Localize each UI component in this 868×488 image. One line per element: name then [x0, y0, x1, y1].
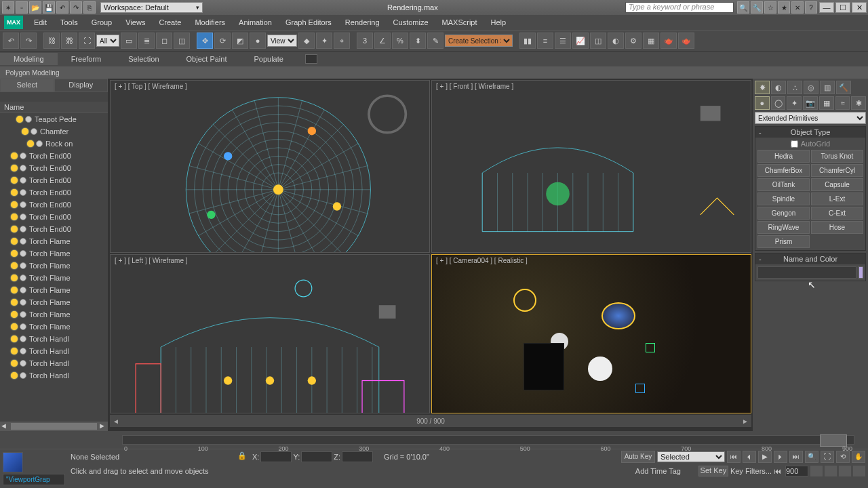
- schematic-button[interactable]: ◫: [590, 33, 606, 49]
- ribbon-tab-populate[interactable]: Populate: [240, 53, 296, 65]
- shapes-icon[interactable]: ◯: [771, 96, 786, 110]
- render-prod-button[interactable]: 🫖: [678, 33, 694, 49]
- scene-item[interactable]: Torch End00: [0, 174, 108, 186]
- rotate-button[interactable]: ⟳: [214, 33, 231, 49]
- freeze-icon[interactable]: [20, 214, 26, 220]
- workspace-dropdown[interactable]: Workspace: Default: [100, 2, 203, 13]
- visibility-icon[interactable]: [11, 165, 18, 171]
- search-icon[interactable]: 🔍: [737, 1, 749, 14]
- scene-item[interactable]: Torch Flame: [0, 308, 108, 321]
- wrench-icon[interactable]: 🔧: [751, 1, 763, 14]
- maxscript-listener[interactable]: "ViewportGrap: [3, 474, 65, 485]
- add-time-tag[interactable]: Add Time Tag: [635, 467, 681, 475]
- ribbon-collapse-button[interactable]: [305, 54, 317, 64]
- snap-button[interactable]: 3: [357, 33, 373, 49]
- freeze-icon[interactable]: [20, 323, 26, 330]
- scene-item[interactable]: Torch End00: [0, 186, 108, 199]
- create-chamfercyl-button[interactable]: ChamferCyl: [811, 164, 863, 177]
- freeze-icon[interactable]: [20, 372, 26, 379]
- keyfilters-button[interactable]: Key Filters...: [730, 467, 772, 475]
- move-button[interactable]: ✥: [197, 33, 213, 49]
- render-setup-button[interactable]: ⚙: [625, 33, 642, 49]
- create-spindle-button[interactable]: Spindle: [757, 192, 810, 205]
- nav-pan2-button[interactable]: [853, 466, 865, 476]
- nav-zoom2-button[interactable]: [839, 466, 851, 476]
- visibility-icon[interactable]: [11, 311, 18, 318]
- visibility-icon[interactable]: [11, 214, 18, 220]
- viewport-left-label[interactable]: [ + ] [ Left ] [ Wireframe ]: [115, 257, 188, 264]
- freeze-icon[interactable]: [20, 201, 26, 208]
- menu-grapheditors[interactable]: Graph Editors: [279, 16, 338, 28]
- save-icon[interactable]: 💾: [43, 1, 55, 14]
- menu-modifiers[interactable]: Modifiers: [188, 16, 232, 28]
- object-color-swatch[interactable]: [859, 266, 863, 279]
- undo-button[interactable]: ↶: [3, 33, 19, 49]
- visibility-icon[interactable]: [11, 336, 18, 342]
- redo-button[interactable]: ↷: [20, 33, 37, 49]
- display-panel-icon[interactable]: ▥: [820, 81, 835, 94]
- helpers-icon[interactable]: ▦: [819, 96, 834, 110]
- menu-views[interactable]: Views: [119, 16, 152, 28]
- rollout-name-color[interactable]: Name and Color: [755, 253, 865, 264]
- ribbon-tab-freeform[interactable]: Freeform: [58, 53, 115, 65]
- timeline[interactable]: 0100200300400500600700800900: [0, 431, 868, 449]
- scene-item[interactable]: Teapot Pede: [0, 113, 108, 125]
- visibility-icon[interactable]: [11, 274, 18, 281]
- select-object-button[interactable]: ▭: [121, 33, 137, 49]
- freeze-icon[interactable]: [20, 336, 26, 342]
- scene-item[interactable]: Torch Flame: [0, 235, 108, 247]
- freeze-icon[interactable]: [20, 189, 26, 196]
- help-icon[interactable]: ?: [805, 1, 817, 14]
- visibility-icon[interactable]: [11, 250, 18, 257]
- modify-panel-icon[interactable]: ◐: [771, 81, 786, 94]
- scene-item[interactable]: Torch Flame: [0, 247, 108, 260]
- scene-item[interactable]: Torch Flame: [0, 284, 108, 296]
- systems-icon[interactable]: ✱: [851, 96, 866, 110]
- ribbon-tab-modeling[interactable]: Modeling: [0, 53, 58, 65]
- menu-animation[interactable]: Animation: [232, 16, 279, 28]
- freeze-icon[interactable]: [20, 274, 26, 281]
- material-editor-button[interactable]: ◐: [608, 33, 624, 49]
- freeze-icon[interactable]: [20, 262, 26, 269]
- visibility-icon[interactable]: [11, 360, 18, 367]
- refcoord-dropdown[interactable]: View: [267, 35, 297, 47]
- freeze-icon[interactable]: [20, 311, 26, 318]
- layers-button[interactable]: ☰: [555, 33, 571, 49]
- scene-item[interactable]: Torch Handl: [0, 333, 108, 345]
- goto-end-button[interactable]: ⏭: [789, 451, 803, 463]
- scale-button[interactable]: ◩: [232, 33, 248, 49]
- menu-create[interactable]: Create: [152, 16, 188, 28]
- visibility-icon[interactable]: [27, 140, 34, 147]
- create-l-ext-button[interactable]: L-Ext: [811, 192, 863, 205]
- spinner-snap-button[interactable]: ⬍: [410, 33, 426, 49]
- visibility-icon[interactable]: [11, 262, 18, 269]
- curve-editor-button[interactable]: 📈: [572, 33, 589, 49]
- create-torus knot-button[interactable]: Torus Knot: [811, 150, 863, 163]
- viewport-top-label[interactable]: [ + ] [ Top ] [ Wireframe ]: [115, 83, 187, 90]
- freeze-icon[interactable]: [20, 360, 26, 367]
- freeze-icon[interactable]: [20, 250, 26, 257]
- freeze-icon[interactable]: [20, 226, 26, 232]
- autokey-button[interactable]: Auto Key: [621, 451, 655, 463]
- redo-icon[interactable]: ↷: [70, 1, 82, 14]
- maximize-button[interactable]: ☐: [835, 2, 850, 13]
- selection-filter-dropdown[interactable]: All: [96, 35, 119, 47]
- viewport-layout-icon[interactable]: [3, 452, 23, 472]
- pivot-button[interactable]: ◆: [298, 33, 315, 49]
- object-name-input[interactable]: [757, 266, 856, 279]
- viewport-camera[interactable]: [ + ] [ Camera004 ] [ Realistic ]: [431, 254, 751, 413]
- visibility-icon[interactable]: [22, 128, 28, 135]
- freeze-icon[interactable]: [20, 177, 26, 184]
- time-scrollbar[interactable]: 900 / 900: [110, 415, 751, 427]
- select-name-button[interactable]: ≣: [138, 33, 155, 49]
- time-slider[interactable]: [820, 434, 847, 447]
- freeze-icon[interactable]: [20, 348, 26, 354]
- scene-item[interactable]: Torch Handl: [0, 357, 108, 369]
- scene-item[interactable]: Torch Flame: [0, 321, 108, 333]
- scene-item[interactable]: Rock on: [0, 138, 108, 150]
- geometry-icon[interactable]: ●: [755, 96, 770, 110]
- nav-zoomall-button[interactable]: ⛶: [821, 451, 834, 463]
- visibility-icon[interactable]: [11, 152, 18, 159]
- lock-icon[interactable]: 🔒: [237, 451, 248, 462]
- ribbon-tab-objectpaint[interactable]: Object Paint: [173, 53, 241, 65]
